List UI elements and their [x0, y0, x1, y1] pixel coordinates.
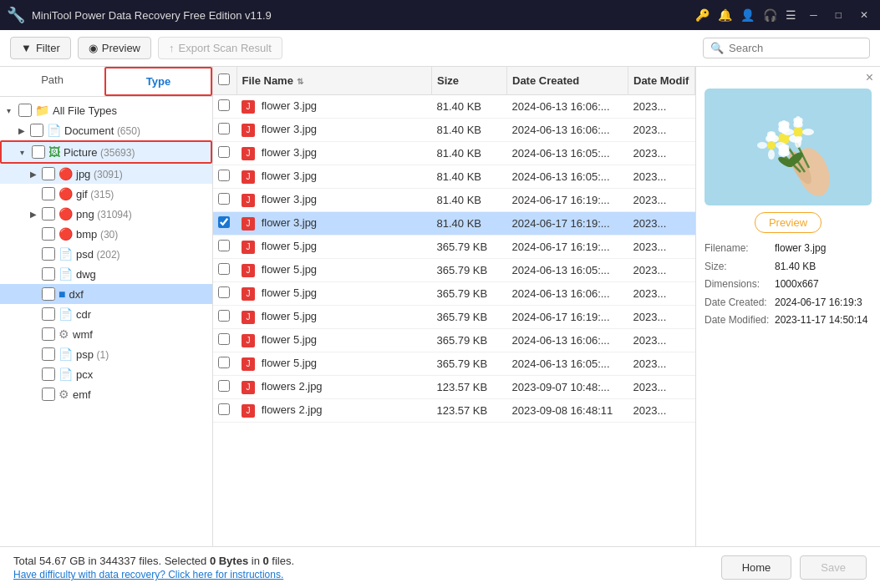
- preview-image-svg: [705, 89, 872, 205]
- tree-item-all[interactable]: ▾ 📁 All File Types: [0, 100, 212, 120]
- meta-date-modified-row: Date Modified: 2023-11-17 14:50:14: [705, 312, 872, 330]
- table-row[interactable]: J flowers 2.jpg 123.57 KB 2023-09-08 16:…: [213, 399, 695, 423]
- titlebar-left: 🔧 MiniTool Power Data Recovery Free Edit…: [7, 6, 272, 24]
- table-row[interactable]: J flowers 2.jpg 123.57 KB 2023-09-07 10:…: [213, 376, 695, 399]
- table-row[interactable]: J flower 3.jpg 81.40 KB 2024-06-13 16:06…: [213, 95, 695, 119]
- checkbox-dwg[interactable]: [42, 267, 55, 281]
- export-button[interactable]: ↑ Export Scan Result: [158, 37, 282, 59]
- table-row[interactable]: J flower 5.jpg 365.79 KB 2024-06-13 16:0…: [213, 259, 695, 282]
- table-row[interactable]: J flower 5.jpg 365.79 KB 2024-06-17 16:1…: [213, 306, 695, 329]
- table-row[interactable]: J flower 5.jpg 365.79 KB 2024-06-17 16:1…: [213, 236, 695, 259]
- checkbox-wmf[interactable]: [42, 327, 55, 341]
- save-button[interactable]: Save: [800, 555, 867, 580]
- tree-item-dxf[interactable]: ▶ ■ dxf: [0, 284, 212, 304]
- tree-item-psd[interactable]: ▶ 📄 psd (202): [0, 244, 212, 264]
- table-row[interactable]: J flower 3.jpg 81.40 KB 2024-06-13 16:06…: [213, 119, 695, 142]
- headphone-icon[interactable]: 🎧: [763, 8, 777, 22]
- row-checkbox[interactable]: [218, 146, 230, 158]
- sidebar-tabs: Path Type: [0, 67, 212, 97]
- home-button[interactable]: Home: [721, 555, 792, 580]
- close-button[interactable]: ✕: [855, 8, 873, 23]
- checkbox-psp[interactable]: [42, 347, 55, 361]
- table-row[interactable]: J flower 3.jpg 81.40 KB 2024-06-17 16:19…: [213, 189, 695, 212]
- tree-item-wmf[interactable]: ▶ ⚙ wmf: [0, 324, 212, 344]
- row-checkbox[interactable]: [218, 286, 230, 298]
- tree-item-jpg[interactable]: ▶ 🔴 jpg (3091): [0, 164, 212, 184]
- tree-item-picture[interactable]: ▾ 🖼 Picture (35693): [0, 140, 212, 164]
- row-checkbox[interactable]: [218, 380, 230, 392]
- tree-item-emf[interactable]: ▶ ⚙ emf: [0, 384, 212, 404]
- row-date-modified: 2023...: [628, 282, 695, 306]
- statusbar-buttons: Home Save: [721, 555, 867, 580]
- checkbox-cdr[interactable]: [42, 307, 55, 321]
- tree-item-bmp[interactable]: ▶ 🔴 bmp (30): [0, 224, 212, 244]
- tree-item-cdr[interactable]: ▶ 📄 cdr: [0, 304, 212, 324]
- checkbox-bmp[interactable]: [42, 227, 55, 241]
- row-checkbox[interactable]: [218, 310, 230, 322]
- th-filename[interactable]: File Name ⇅: [237, 67, 432, 95]
- table-row[interactable]: J flower 3.jpg 81.40 KB 2024-06-13 16:05…: [213, 165, 695, 189]
- filter-button[interactable]: ▼ Filter: [10, 37, 71, 59]
- checkbox-jpg[interactable]: [42, 167, 55, 180]
- gif-icon: 🔴: [58, 187, 73, 200]
- expand-arrow-icon[interactable]: ▶: [30, 170, 42, 179]
- tree-item-gif[interactable]: ▶ 🔴 gif (315): [0, 184, 212, 204]
- preview-button[interactable]: ◉ Preview: [78, 37, 151, 59]
- help-link[interactable]: Have difficulty with data recovery? Clic…: [13, 569, 294, 580]
- bell-icon[interactable]: 🔔: [718, 8, 732, 22]
- tree-item-pcx[interactable]: ▶ 📄 pcx: [0, 364, 212, 384]
- row-checkbox[interactable]: [218, 123, 230, 134]
- row-checkbox-cell: [213, 329, 237, 352]
- row-checkbox[interactable]: [218, 170, 230, 181]
- th-date-created[interactable]: Date Created: [507, 67, 628, 95]
- row-checkbox[interactable]: [218, 99, 230, 111]
- table-row[interactable]: J flower 3.jpg 81.40 KB 2024-06-17 16:19…: [213, 212, 695, 236]
- tab-path[interactable]: Path: [0, 67, 104, 96]
- key-icon[interactable]: 🔑: [695, 8, 710, 22]
- table-row[interactable]: J flower 3.jpg 81.40 KB 2024-06-13 16:05…: [213, 142, 695, 165]
- checkbox-png[interactable]: [42, 207, 55, 220]
- checkbox-dxf[interactable]: [42, 287, 55, 301]
- row-checkbox[interactable]: [218, 263, 230, 275]
- expand-arrow-icon[interactable]: ▾: [20, 148, 32, 157]
- checkbox-all[interactable]: [18, 104, 32, 117]
- expand-arrow-icon[interactable]: ▶: [30, 210, 42, 219]
- search-input[interactable]: [729, 42, 862, 54]
- th-size[interactable]: Size: [432, 67, 507, 95]
- dwg-icon: 📄: [58, 267, 73, 281]
- th-checkbox: [213, 67, 237, 95]
- maximize-button[interactable]: □: [831, 8, 847, 23]
- expand-arrow-icon[interactable]: ▾: [7, 106, 18, 115]
- table-row[interactable]: J flower 5.jpg 365.79 KB 2024-06-13 16:0…: [213, 352, 695, 376]
- row-checkbox[interactable]: [218, 240, 230, 251]
- preview-close-button[interactable]: ×: [866, 70, 873, 85]
- file-scroll[interactable]: File Name ⇅ Size Date Created Date Modif…: [213, 67, 695, 546]
- row-checkbox-cell: [213, 352, 237, 376]
- select-all-checkbox[interactable]: [218, 74, 230, 85]
- checkbox-picture[interactable]: [32, 145, 45, 159]
- tree-item-png[interactable]: ▶ 🔴 png (31094): [0, 204, 212, 224]
- tree-item-psp[interactable]: ▶ 📄 psp (1): [0, 344, 212, 364]
- account-icon[interactable]: 👤: [740, 8, 755, 22]
- checkbox-psd[interactable]: [42, 247, 55, 261]
- row-checkbox[interactable]: [218, 193, 230, 205]
- expand-arrow-icon[interactable]: ▶: [18, 126, 30, 135]
- row-checkbox[interactable]: [218, 333, 230, 345]
- row-checkbox[interactable]: [218, 403, 230, 415]
- minimize-button[interactable]: ─: [805, 8, 822, 23]
- tree-item-document[interactable]: ▶ 📄 Document (650): [0, 120, 212, 140]
- tab-type[interactable]: Type: [104, 67, 212, 96]
- checkbox-gif[interactable]: [42, 187, 55, 200]
- row-size: 81.40 KB: [432, 119, 507, 142]
- tree-item-dwg[interactable]: ▶ 📄 dwg: [0, 264, 212, 284]
- table-row[interactable]: J flower 5.jpg 365.79 KB 2024-06-13 16:0…: [213, 329, 695, 352]
- row-checkbox[interactable]: [218, 357, 230, 368]
- menu-icon[interactable]: ☰: [786, 8, 796, 22]
- th-date-modified[interactable]: Date Modif: [628, 67, 695, 95]
- checkbox-emf[interactable]: [42, 388, 55, 401]
- row-checkbox[interactable]: [218, 216, 230, 228]
- preview-action-button[interactable]: Preview: [755, 212, 822, 233]
- table-row[interactable]: J flower 5.jpg 365.79 KB 2024-06-13 16:0…: [213, 282, 695, 306]
- checkbox-pcx[interactable]: [42, 368, 55, 381]
- checkbox-document[interactable]: [30, 124, 43, 137]
